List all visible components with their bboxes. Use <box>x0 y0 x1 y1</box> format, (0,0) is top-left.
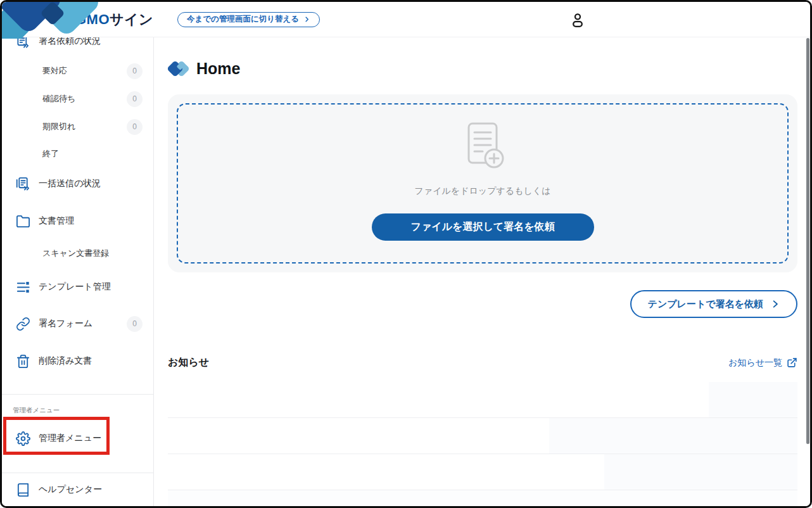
sidebar-item-label: 署名フォーム <box>39 318 92 329</box>
sidebar-item-label: テンプレート管理 <box>39 281 111 293</box>
sidebar-item-needs-action[interactable]: 要対応 0 <box>2 58 154 84</box>
sidebar-item-label: 要対応 <box>42 65 67 77</box>
vertical-scrollbar[interactable] <box>806 38 809 444</box>
sidebar-item-awaiting-confirmation[interactable]: 確認待ち 0 <box>2 86 154 111</box>
top-header: GMOサイン 今までの管理画面に切り替える <box>2 2 810 37</box>
sidebar-item-admin-menu[interactable]: 管理者メニュー <box>2 426 154 451</box>
folder-icon <box>16 214 30 229</box>
app-window: GMOサイン 今までの管理画面に切り替える 署名依頼の状況 要対応 <box>0 0 812 508</box>
brand-logotype: GMOサイン <box>75 10 153 29</box>
news-list <box>168 382 797 506</box>
file-dropzone[interactable]: ファイルをドロップするもしくは ファイルを選択して署名を依頼 <box>168 94 797 272</box>
news-row[interactable] <box>168 418 797 454</box>
sidebar: 署名依頼の状況 要対応 0 確認待ち 0 期限切れ 0 終了 <box>2 37 154 506</box>
user-icon <box>569 11 587 29</box>
sidebar-item-label: 署名依頼の状況 <box>39 37 101 47</box>
account-button[interactable] <box>569 11 587 29</box>
dropzone-hint: ファイルをドロップするもしくは <box>415 186 551 197</box>
chevron-right-icon <box>303 16 310 23</box>
gmo-sign-mark-icon <box>168 60 189 78</box>
sidebar-item-scan-document-register[interactable]: スキャン文書登録 <box>2 241 154 266</box>
news-title: お知らせ <box>168 356 209 369</box>
sidebar-item-signature-form[interactable]: 署名フォーム 0 <box>2 311 154 336</box>
sidebar-divider <box>2 394 154 395</box>
sidebar-item-expired[interactable]: 期限切れ 0 <box>2 114 154 139</box>
gear-icon <box>16 431 30 446</box>
external-link-icon <box>787 357 797 368</box>
news-list-link-label: お知らせ一覧 <box>728 357 782 369</box>
main-content: Home ファイルをドロップするもしくは ファイルを選択して署名を依頼 テンプレ… <box>155 37 810 506</box>
sidebar-item-label: 文書管理 <box>39 215 74 227</box>
news-row[interactable] <box>168 490 797 506</box>
page-title: Home <box>196 60 240 78</box>
document-arrows-icon <box>16 37 30 49</box>
admin-section-label: 管理者メニュー <box>13 406 60 415</box>
trash-icon <box>16 354 30 369</box>
switch-admin-screen-button[interactable]: 今までの管理画面に切り替える <box>177 12 320 27</box>
template-signature-button[interactable]: テンプレートで署名を依頼 <box>630 290 797 318</box>
redacted-area <box>709 382 797 417</box>
redacted-area <box>549 418 797 454</box>
sidebar-item-label: 確認待ち <box>42 93 75 105</box>
sidebar-item-document-management[interactable]: 文書管理 <box>2 208 154 234</box>
sidebar-item-label: ヘルプセンター <box>39 484 102 495</box>
link-icon <box>16 317 30 331</box>
sidebar-item-label: スキャン文書登録 <box>42 248 109 259</box>
template-list-icon <box>16 280 30 295</box>
bulk-send-icon <box>16 177 30 191</box>
count-badge: 0 <box>127 91 143 107</box>
dropzone-dashed-area: ファイルをドロップするもしくは ファイルを選択して署名を依頼 <box>177 103 789 264</box>
count-badge: 0 <box>127 316 143 332</box>
count-badge: 0 <box>127 119 143 135</box>
news-section: お知らせ お知らせ一覧 <box>168 356 797 506</box>
sidebar-item-template-management[interactable]: テンプレート管理 <box>2 274 154 300</box>
switch-admin-screen-label: 今までの管理画面に切り替える <box>187 14 299 25</box>
sidebar-item-signature-requests[interactable]: 署名依頼の状況 <box>2 37 154 54</box>
count-badge: 0 <box>127 63 143 79</box>
news-row[interactable] <box>168 454 797 490</box>
chevron-right-icon <box>771 300 780 308</box>
sidebar-item-label: 期限切れ <box>42 121 75 132</box>
sidebar-item-bulk-send-status[interactable]: 一括送信の状況 <box>2 171 154 196</box>
select-file-button[interactable]: ファイルを選択して署名を依頼 <box>372 213 594 241</box>
sidebar-item-label: 終了 <box>42 148 59 160</box>
brand-gmo: GMO <box>75 11 110 28</box>
sidebar-item-deleted-documents[interactable]: 削除済み文書 <box>2 348 154 374</box>
redacted-area <box>604 454 797 490</box>
sidebar-item-label: 一括送信の状況 <box>39 178 101 189</box>
news-row[interactable] <box>168 382 797 418</box>
template-button-row: テンプレートで署名を依頼 <box>155 290 810 318</box>
page-title-row: Home <box>168 59 810 78</box>
sidebar-item-help-center[interactable]: ヘルプセンター <box>2 477 154 502</box>
redacted-area <box>168 490 797 506</box>
sidebar-item-finished[interactable]: 終了 <box>2 141 154 167</box>
sidebar-item-label: 削除済み文書 <box>39 355 92 367</box>
document-plus-icon <box>454 118 512 177</box>
book-icon <box>16 483 30 497</box>
news-list-link[interactable]: お知らせ一覧 <box>728 357 797 369</box>
template-signature-label: テンプレートで署名を依頼 <box>648 298 763 310</box>
sidebar-divider <box>2 473 154 473</box>
sidebar-item-label: 管理者メニュー <box>39 433 101 444</box>
brand-sign: サイン <box>110 10 153 29</box>
